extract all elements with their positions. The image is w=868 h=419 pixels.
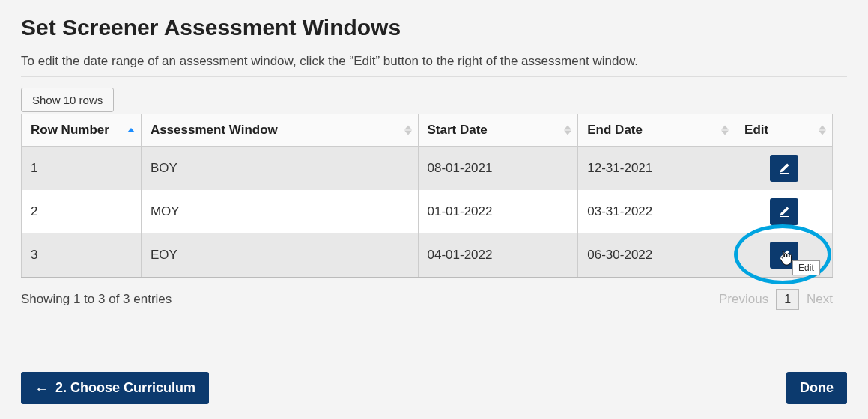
pager-previous[interactable]: Previous bbox=[719, 292, 768, 307]
cell-row-number: 3 bbox=[22, 233, 142, 278]
column-label: Row Number bbox=[31, 123, 109, 137]
cell-assessment-window: EOY bbox=[141, 233, 418, 278]
cell-end-date: 06-30-2022 bbox=[578, 233, 735, 278]
column-edit[interactable]: Edit bbox=[735, 114, 833, 147]
cell-end-date: 03-31-2022 bbox=[578, 190, 735, 233]
edit-button[interactable] bbox=[770, 198, 798, 225]
pencil-square-icon bbox=[778, 249, 790, 261]
cell-row-number: 1 bbox=[22, 147, 142, 191]
table-row: 1 BOY 08-01-2021 12-31-2021 bbox=[22, 147, 833, 191]
show-rows-button[interactable]: Show 10 rows bbox=[21, 88, 114, 112]
cell-start-date: 01-01-2022 bbox=[418, 190, 578, 233]
cell-assessment-window: BOY bbox=[141, 147, 418, 191]
cell-start-date: 04-01-2022 bbox=[418, 233, 578, 278]
cell-row-number: 2 bbox=[22, 190, 142, 233]
column-label: Assessment Window bbox=[151, 123, 278, 137]
cell-edit bbox=[735, 147, 833, 191]
done-button[interactable]: Done bbox=[786, 372, 847, 404]
column-label: Start Date bbox=[428, 123, 488, 137]
pencil-square-icon bbox=[778, 206, 790, 218]
sort-icon bbox=[404, 126, 412, 135]
pager-page-1[interactable]: 1 bbox=[776, 289, 799, 310]
edit-button[interactable] bbox=[770, 155, 798, 182]
column-start-date[interactable]: Start Date bbox=[418, 114, 578, 147]
table-header-row: Row Number Assessment Window Start Date … bbox=[22, 114, 833, 147]
column-label: End Date bbox=[587, 123, 643, 137]
back-button-label: 2. Choose Curriculum bbox=[55, 380, 195, 396]
column-assessment-window[interactable]: Assessment Window bbox=[141, 114, 418, 147]
column-label: Edit bbox=[744, 123, 768, 137]
pencil-square-icon bbox=[778, 162, 790, 174]
cell-edit bbox=[735, 190, 833, 233]
sort-icon bbox=[819, 126, 826, 135]
column-end-date[interactable]: End Date bbox=[578, 114, 735, 147]
back-button[interactable]: ← 2. Choose Curriculum bbox=[21, 372, 209, 404]
sort-icon bbox=[564, 126, 571, 135]
cell-end-date: 12-31-2021 bbox=[578, 147, 735, 191]
edit-tooltip: Edit bbox=[792, 260, 820, 275]
assessment-windows-table: Row Number Assessment Window Start Date … bbox=[21, 114, 833, 278]
cell-start-date: 08-01-2021 bbox=[418, 147, 578, 191]
column-row-number[interactable]: Row Number bbox=[22, 114, 142, 147]
instructions-text: To edit the date range of an assessment … bbox=[21, 54, 847, 77]
entries-info: Showing 1 to 3 of 3 entries bbox=[21, 292, 172, 307]
sort-asc-icon bbox=[127, 128, 135, 132]
table-row: 3 EOY 04-01-2022 06-30-2022 Edit bbox=[22, 233, 833, 278]
pager-next[interactable]: Next bbox=[807, 292, 833, 307]
cell-assessment-window: MOY bbox=[141, 190, 418, 233]
sort-icon bbox=[721, 126, 729, 135]
page-title: Set Screener Assessment Windows bbox=[21, 15, 847, 40]
done-button-label: Done bbox=[800, 380, 834, 396]
table-row: 2 MOY 01-01-2022 03-31-2022 bbox=[22, 190, 833, 233]
pagination: Previous 1 Next bbox=[719, 289, 833, 310]
cell-edit: Edit bbox=[735, 233, 833, 278]
arrow-left-icon: ← bbox=[34, 381, 49, 396]
